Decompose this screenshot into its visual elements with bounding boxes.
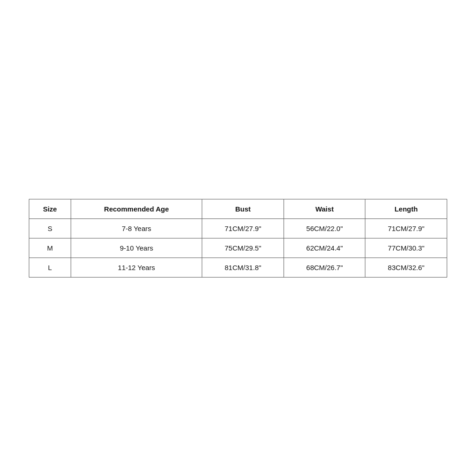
table-row: S7-8 Years71CM/27.9"56CM/22.0"71CM/27.9" bbox=[29, 218, 447, 238]
size-chart-wrapper: Size Recommended Age Bust Waist Length S… bbox=[29, 199, 447, 278]
cell-waist: 62CM/24.4" bbox=[284, 238, 365, 258]
cell-size: S bbox=[29, 218, 71, 238]
cell-age: 7-8 Years bbox=[71, 218, 202, 238]
col-header-bust: Bust bbox=[202, 199, 284, 218]
col-header-waist: Waist bbox=[284, 199, 365, 218]
table-row: L11-12 Years81CM/31.8"68CM/26.7"83CM/32.… bbox=[29, 258, 447, 277]
size-chart-table: Size Recommended Age Bust Waist Length S… bbox=[29, 199, 447, 278]
cell-age: 11-12 Years bbox=[71, 258, 202, 277]
cell-length: 77CM/30.3" bbox=[365, 238, 447, 258]
cell-age: 9-10 Years bbox=[71, 238, 202, 258]
cell-length: 71CM/27.9" bbox=[365, 218, 447, 238]
cell-size: M bbox=[29, 238, 71, 258]
cell-length: 83CM/32.6" bbox=[365, 258, 447, 277]
cell-bust: 75CM/29.5" bbox=[202, 238, 284, 258]
cell-bust: 71CM/27.9" bbox=[202, 218, 284, 238]
col-header-length: Length bbox=[365, 199, 447, 218]
cell-waist: 68CM/26.7" bbox=[284, 258, 365, 277]
table-header-row: Size Recommended Age Bust Waist Length bbox=[29, 199, 447, 218]
col-header-size: Size bbox=[29, 199, 71, 218]
table-row: M9-10 Years75CM/29.5"62CM/24.4"77CM/30.3… bbox=[29, 238, 447, 258]
cell-size: L bbox=[29, 258, 71, 277]
cell-bust: 81CM/31.8" bbox=[202, 258, 284, 277]
col-header-age: Recommended Age bbox=[71, 199, 202, 218]
cell-waist: 56CM/22.0" bbox=[284, 218, 365, 238]
